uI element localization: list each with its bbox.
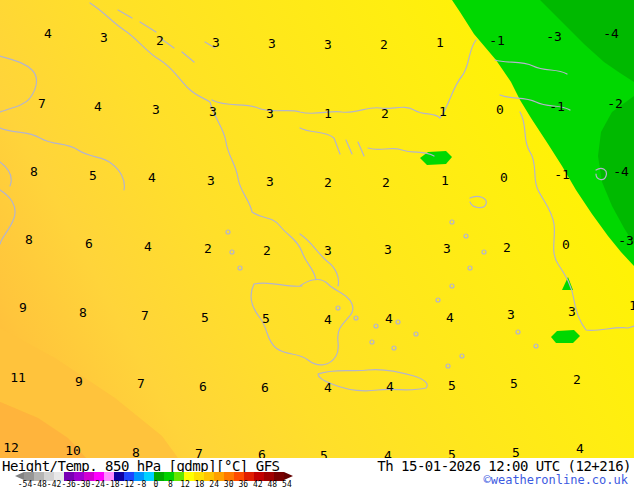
temperature-value: 1 [436,36,444,49]
scale-label: -12 [120,481,134,489]
temperature-value: -1 [554,168,570,181]
temperature-value: 4 [576,442,584,455]
green-patch-sw-turkey [551,330,580,343]
weather-map-page: { "map": { "colors": { "green_bright": "… [0,0,634,490]
temperature-value: 6 [261,381,269,394]
scale-label: 48 [268,481,278,489]
temperature-value: 10 [65,444,81,457]
temperature-value: 1 [629,299,634,312]
scale-arrow-right [284,472,293,480]
temperature-value: 4 [148,171,156,184]
forecast-datetime: Th 15-01-2026 12:00 UTC (12+216) [377,459,631,473]
island-dots [226,220,538,368]
temperature-value: 2 [503,241,511,254]
temperature-value: 2 [380,38,388,51]
scale-label: 36 [238,481,248,489]
temperature-value: 1 [439,105,447,118]
scale-label: -8 [137,481,147,489]
temperature-value: 1 [441,174,449,187]
scale-label: -36 [61,481,75,489]
temperature-value: 3 [443,242,451,255]
temperature-value: 5 [510,377,518,390]
temperature-value: 7 [137,377,145,390]
temperature-value: 3 [266,107,274,120]
temperature-value: -3 [546,30,562,43]
temperature-value: 8 [25,233,33,246]
temperature-value: 0 [500,171,508,184]
scale-label: -30 [76,481,90,489]
temperature-value: 3 [507,308,515,321]
temperature-value: 3 [324,38,332,51]
temperature-value: 5 [320,449,328,458]
temperature-value: 4 [386,380,394,393]
scale-label: -42 [47,481,61,489]
temperature-value: 8 [132,446,140,458]
temperature-value: -3 [618,234,634,247]
temperature-value: 12 [3,441,19,454]
scale-label: 30 [224,481,234,489]
temperature-value: -1 [549,100,565,113]
temperature-value: 6 [258,448,266,458]
temperature-value: -1 [489,34,505,47]
temperature-value: 1 [324,107,332,120]
temperature-value: 2 [382,176,390,189]
temperature-value: 9 [75,375,83,388]
scale-label: -54 [18,481,32,489]
temperature-value: 5 [89,169,97,182]
temperature-value: 3 [207,174,215,187]
temperature-value: 2 [156,34,164,47]
scale-label: -18 [105,481,119,489]
temperature-value: 6 [85,237,93,250]
footer-bar: Height/Temp. 850 hPa [gdmp][°C] GFS Th 1… [0,458,634,490]
temperature-value: 5 [262,312,270,325]
temperature-value: 4 [324,313,332,326]
temperature-value: 7 [141,309,149,322]
temperature-value: 5 [448,379,456,392]
temperature-value: 2 [324,176,332,189]
temperature-value: 5 [201,311,209,324]
temperature-value: -2 [607,97,623,110]
scale-label: -24 [91,481,105,489]
scale-arrow-left [15,472,24,480]
temperature-value: 4 [144,240,152,253]
temperature-value: 3 [384,243,392,256]
temperature-value: 2 [204,242,212,255]
color-scale-labels: -54-48-42-36-30-24-18-12-808121824303642… [0,481,634,490]
temperature-value: 3 [268,37,276,50]
map-title: Height/Temp. 850 hPa [gdmp][°C] GFS [2,459,280,473]
scale-label: 42 [253,481,263,489]
temperature-value: 4 [324,381,332,394]
scale-label: 54 [282,481,292,489]
scale-label: 24 [209,481,219,489]
temperature-value: 6 [199,380,207,393]
temperature-value: 0 [496,103,504,116]
temperature-value: 2 [573,373,581,386]
temperature-value: 4 [94,100,102,113]
temperature-value: -4 [613,165,629,178]
scale-label: 8 [168,481,173,489]
temperature-value: 4 [446,311,454,324]
scale-label: 18 [195,481,205,489]
temperature-value: 7 [195,447,203,458]
temperature-value: 3 [266,175,274,188]
temperature-value: 2 [263,244,271,257]
scale-label: 12 [180,481,190,489]
temperature-value: 3 [209,105,217,118]
map-overlay-svg [0,0,634,458]
temperature-value: 2 [381,107,389,120]
temperature-value: 5 [448,448,456,458]
temperature-value: 4 [385,312,393,325]
temperature-value: 9 [19,301,27,314]
map-container: 43233321-1-3-4743331210-1-2854332210-1-4… [0,0,634,458]
temperature-value: 8 [30,165,38,178]
temperature-value: 11 [10,371,26,384]
temperature-value: 7 [38,97,46,110]
temperature-value: 3 [100,31,108,44]
scale-label: -48 [32,481,46,489]
temperature-value: 8 [79,306,87,319]
temperature-value: 4 [44,27,52,40]
temperature-value: 4 [384,449,392,458]
temperature-value: 3 [152,103,160,116]
temperature-value: 5 [512,446,520,458]
temperature-value: 3 [324,244,332,257]
